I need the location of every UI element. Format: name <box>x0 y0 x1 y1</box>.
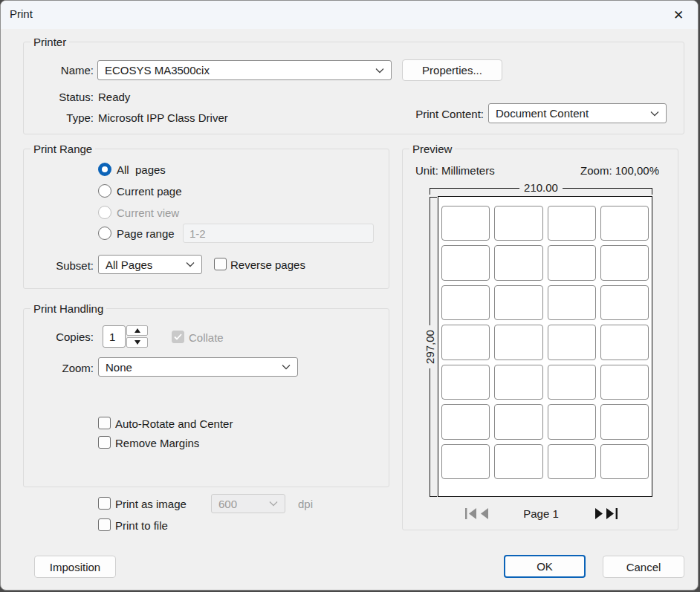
printer-name-label: Name: <box>30 63 94 77</box>
cancel-button[interactable]: Cancel <box>603 556 684 578</box>
preview-page-label: Page 1 <box>523 507 559 521</box>
previous-page-icon <box>480 508 489 519</box>
zoom-value: None <box>106 361 277 374</box>
copies-decrement-button[interactable] <box>126 337 148 348</box>
print-range-group-label: Print Range <box>30 142 95 156</box>
preview-group-label: Preview <box>409 142 455 156</box>
zoom-select[interactable]: None <box>98 357 298 377</box>
title-bar: Print ✕ <box>1 1 698 29</box>
properties-button[interactable]: Properties... <box>402 59 502 81</box>
label-cell <box>548 245 596 280</box>
label-cell <box>548 325 596 360</box>
preview-grid <box>441 206 649 479</box>
dpi-select: 600 <box>211 494 285 513</box>
zoom-label: Zoom: <box>30 361 94 375</box>
label-cell <box>494 365 542 400</box>
height-dimension-tick-bottom <box>430 496 437 497</box>
auto-rotate-checkbox[interactable] <box>98 417 111 429</box>
label-cell <box>600 365 649 400</box>
remove-margins-checkbox[interactable] <box>98 436 111 449</box>
arrow-down-icon <box>135 340 140 345</box>
preview-zoom-text: Zoom: 100,00% <box>521 163 659 178</box>
label-cell <box>548 404 596 439</box>
printer-type-label: Type: <box>30 111 94 125</box>
dialog-title: Print <box>10 7 33 20</box>
label-cell <box>441 404 490 439</box>
dpi-unit-label: dpi <box>298 497 313 511</box>
print-to-file-checkbox[interactable] <box>98 518 111 531</box>
next-page-icon[interactable] <box>594 508 603 519</box>
printer-name-value: ECOSYS MA3500cix <box>105 64 371 77</box>
label-cell <box>441 206 490 241</box>
radio-page-range[interactable] <box>98 227 111 240</box>
copies-input[interactable]: 1 <box>103 325 126 348</box>
label-cell <box>600 245 649 280</box>
first-page-icon <box>464 508 477 519</box>
height-dimension-text: 297,00 <box>424 325 436 368</box>
radio-current-page-label[interactable]: Current page <box>117 184 182 198</box>
label-cell <box>600 285 649 320</box>
label-cell <box>548 285 596 320</box>
printer-name-select[interactable]: ECOSYS MA3500cix <box>97 60 392 80</box>
print-to-file-label[interactable]: Print to file <box>115 518 168 533</box>
label-cell <box>600 444 649 479</box>
label-cell <box>441 245 490 280</box>
label-cell <box>494 404 542 439</box>
check-icon <box>174 334 182 340</box>
subset-value: All Pages <box>106 258 181 271</box>
copies-label: Copies: <box>30 330 94 344</box>
radio-all-pages[interactable] <box>98 163 111 176</box>
collate-label: Collate <box>189 331 224 345</box>
printer-status-value: Ready <box>98 90 130 104</box>
label-cell <box>494 325 542 360</box>
label-cell <box>600 206 649 241</box>
ok-button[interactable]: OK <box>504 555 586 578</box>
reverse-pages-checkbox[interactable] <box>214 258 227 270</box>
chevron-down-icon <box>282 364 291 370</box>
radio-current-view <box>98 206 111 219</box>
label-cell <box>548 365 596 400</box>
collate-checkbox <box>172 331 184 343</box>
radio-current-page[interactable] <box>98 184 111 198</box>
label-cell <box>548 444 596 479</box>
print-dialog: Print ✕ Printer Name: ECOSYS MA3500cix P… <box>0 0 699 591</box>
label-cell <box>548 206 596 241</box>
close-icon[interactable]: ✕ <box>668 5 689 25</box>
print-content-label: Print Content: <box>393 107 484 121</box>
printer-status-label: Status: <box>30 90 94 104</box>
chevron-down-icon <box>186 261 195 267</box>
subset-select[interactable]: All Pages <box>98 255 202 274</box>
imposition-button[interactable]: Imposition <box>34 556 116 578</box>
radio-current-view-label: Current view <box>117 206 179 220</box>
print-as-image-label[interactable]: Print as image <box>115 497 187 511</box>
chevron-down-icon <box>650 111 659 117</box>
auto-rotate-label[interactable]: Auto-Rotate and Center <box>115 417 233 431</box>
height-dimension-tick-top <box>430 197 437 198</box>
print-content-value: Document Content <box>496 107 646 120</box>
printer-type-value: Microsoft IPP Class Driver <box>98 111 228 125</box>
label-cell <box>600 404 649 439</box>
radio-all-pages-label[interactable]: All pages <box>117 163 166 177</box>
label-cell <box>494 206 542 241</box>
last-page-icon[interactable] <box>606 508 618 519</box>
page-range-input[interactable]: 1-2 <box>183 224 374 243</box>
copies-increment-button[interactable] <box>126 325 148 336</box>
label-cell <box>441 325 490 360</box>
print-content-select[interactable]: Document Content <box>488 103 667 123</box>
label-cell <box>494 245 542 280</box>
dpi-value: 600 <box>218 498 265 510</box>
arrow-up-icon <box>135 328 140 333</box>
preview-page <box>438 196 652 497</box>
subset-label: Subset: <box>30 258 94 273</box>
print-as-image-checkbox[interactable] <box>98 497 111 510</box>
remove-margins-label[interactable]: Remove Margins <box>115 436 199 450</box>
label-cell <box>441 444 490 479</box>
chevron-down-icon <box>375 68 384 74</box>
radio-page-range-label[interactable]: Page range <box>117 227 175 241</box>
reverse-pages-label[interactable]: Reverse pages <box>230 258 305 272</box>
label-cell <box>494 444 542 479</box>
label-cell <box>441 365 490 400</box>
print-handling-group-label: Print Handling <box>30 302 106 316</box>
label-cell <box>600 325 649 360</box>
width-dimension-tick-right <box>652 188 652 195</box>
